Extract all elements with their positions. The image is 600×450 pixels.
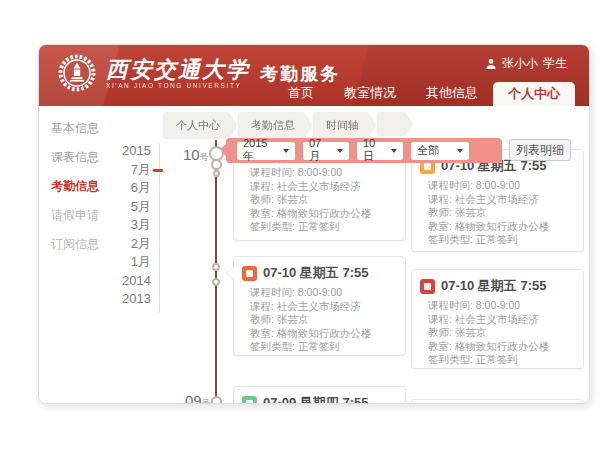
main-nav: 首页 教室情况 其他信息 个人中心 bbox=[273, 82, 575, 106]
month-item-mar[interactable]: 3月 bbox=[97, 216, 151, 235]
field-label: 课程时间: bbox=[250, 286, 295, 298]
attendance-card-cutoff: 07-09 星期四 7:55 bbox=[233, 386, 406, 404]
field-label: 课程时间: bbox=[428, 179, 473, 191]
field-value: 8:00-9:00 bbox=[476, 179, 520, 191]
timeline-node bbox=[212, 278, 220, 286]
user-name: 张小小 bbox=[502, 55, 538, 72]
field-value: 社会主义市场经济 bbox=[277, 180, 361, 192]
field-label: 教室: bbox=[428, 220, 452, 232]
field-value: 8:00-9:00 bbox=[476, 299, 520, 311]
day-suffix: 号 bbox=[202, 398, 211, 404]
field-value: 社会主义市场经济 bbox=[455, 313, 539, 325]
university-name: 西安交通大学 bbox=[106, 57, 250, 81]
field-label: 课程: bbox=[250, 180, 274, 192]
brand-text: 西安交通大学 XI'AN JIAO TONG UNIVERSITY bbox=[106, 57, 250, 89]
app-header: 西安交通大学 XI'AN JIAO TONG UNIVERSITY 考勤服务 张… bbox=[39, 45, 589, 106]
breadcrumb-timeline[interactable]: 时间轴 bbox=[314, 113, 375, 138]
year-item-2014[interactable]: 2014 bbox=[97, 272, 151, 291]
attendance-card-cutoff bbox=[411, 399, 584, 404]
field-label: 签到类型: bbox=[428, 353, 473, 365]
breadcrumb-attendance-info[interactable]: 考勤信息 bbox=[239, 113, 311, 138]
month-dropdown-value: 07月 bbox=[309, 137, 332, 164]
day-number: 10 bbox=[183, 146, 200, 163]
field-value: 8:00-9:00 bbox=[298, 166, 342, 178]
field-value: 社会主义市场经济 bbox=[277, 300, 361, 312]
field-label: 签到类型: bbox=[250, 340, 295, 352]
list-detail-button[interactable]: 列表明细 bbox=[509, 139, 571, 161]
sidebar-item-basic-info[interactable]: 基本信息 bbox=[51, 114, 121, 143]
attendance-card: 07-10 星期五 7:55 课程时间: 8:00-9:00 课程: 社会主义市… bbox=[411, 269, 584, 369]
user-role: 学生 bbox=[543, 55, 567, 72]
type-dropdown-value: 全部 bbox=[417, 143, 439, 158]
month-item-feb[interactable]: 2月 bbox=[97, 235, 151, 254]
user-info[interactable]: 张小小 学生 bbox=[485, 55, 567, 72]
nav-home[interactable]: 首页 bbox=[273, 82, 329, 106]
course-type-icon bbox=[242, 266, 257, 281]
field-value: 8:00-9:00 bbox=[298, 286, 342, 298]
university-name-en: XI'AN JIAO TONG UNIVERSITY bbox=[106, 82, 250, 89]
day-dropdown-value: 10日 bbox=[363, 137, 386, 164]
attendance-card: 07-10 星期五 7:55 课程时间: 8:00-9:00 课程: 社会主义市… bbox=[411, 149, 584, 252]
app-window: 西安交通大学 XI'AN JIAO TONG UNIVERSITY 考勤服务 张… bbox=[38, 44, 590, 404]
field-label: 签到类型: bbox=[250, 220, 295, 232]
caret-down-icon bbox=[391, 149, 397, 153]
field-label: 教室: bbox=[250, 207, 274, 219]
nav-personal-center-active[interactable]: 个人中心 bbox=[493, 82, 575, 106]
university-seal-icon bbox=[57, 53, 97, 93]
month-item-jun[interactable]: 6月 bbox=[97, 179, 151, 198]
month-dropdown[interactable]: 07月 bbox=[303, 142, 349, 160]
year-item-2015[interactable]: 2015 bbox=[97, 142, 151, 161]
course-type-icon bbox=[420, 279, 435, 294]
field-value: 正常签到 bbox=[298, 220, 340, 232]
field-value: 张芸京 bbox=[277, 193, 309, 205]
filter-bar: 2015年 07月 10日 全部 bbox=[226, 138, 502, 163]
field-label: 课程: bbox=[250, 300, 274, 312]
field-value: 正常签到 bbox=[298, 340, 340, 352]
field-label: 教室: bbox=[428, 340, 452, 352]
field-value: 格物致知行政办公楼 bbox=[455, 340, 550, 352]
field-label: 签到类型: bbox=[428, 233, 473, 245]
field-label: 课程: bbox=[428, 313, 452, 325]
card-date: 07-10 星期五 7:55 bbox=[441, 277, 547, 295]
nav-classrooms[interactable]: 教室情况 bbox=[329, 82, 411, 106]
type-dropdown[interactable]: 全部 bbox=[411, 142, 469, 160]
user-icon bbox=[485, 58, 497, 70]
timeline-year-list: 2015 7月 6月 5月 3月 2月 1月 2014 2013 bbox=[97, 142, 151, 309]
field-label: 课程时间: bbox=[428, 299, 473, 311]
field-label: 教室: bbox=[250, 327, 274, 339]
caret-down-icon bbox=[337, 149, 343, 153]
page: 西安交通大学 XI'AN JIAO TONG UNIVERSITY 考勤服务 张… bbox=[0, 0, 600, 450]
content-area: 基本信息 课表信息 考勤信息 请假申请 订阅信息 个人中心 考勤信息 时间轴 2… bbox=[39, 106, 589, 403]
month-item-jul[interactable]: 7月 bbox=[97, 161, 151, 180]
field-value: 正常签到 bbox=[476, 353, 518, 365]
month-item-jan[interactable]: 1月 bbox=[97, 253, 151, 272]
timeline-axis bbox=[215, 140, 217, 403]
card-date: 07-09 星期四 7:55 bbox=[263, 394, 369, 404]
timeline-node bbox=[211, 396, 222, 404]
field-label: 教师: bbox=[428, 326, 452, 338]
breadcrumb-personal-center[interactable]: 个人中心 bbox=[164, 113, 236, 138]
timeline-day-10-label: 10号 bbox=[183, 146, 208, 164]
field-value: 正常签到 bbox=[476, 233, 518, 245]
field-value: 格物致知行政办公楼 bbox=[277, 207, 372, 219]
caret-down-icon bbox=[457, 149, 463, 153]
timeline-node bbox=[211, 159, 222, 170]
field-value: 张芸京 bbox=[455, 326, 487, 338]
field-label: 教师: bbox=[428, 206, 452, 218]
day-suffix: 号 bbox=[200, 152, 209, 162]
nav-other-info[interactable]: 其他信息 bbox=[411, 82, 493, 106]
field-label: 课程: bbox=[428, 193, 452, 205]
month-item-may[interactable]: 5月 bbox=[97, 198, 151, 217]
year-dropdown[interactable]: 2015年 bbox=[237, 142, 295, 160]
year-item-2013[interactable]: 2013 bbox=[97, 290, 151, 309]
course-type-icon bbox=[242, 396, 257, 405]
field-value: 张芸京 bbox=[455, 206, 487, 218]
timeline-node bbox=[212, 263, 220, 271]
day-dropdown[interactable]: 10日 bbox=[357, 142, 403, 160]
card-date: 07-10 星期五 7:55 bbox=[263, 264, 369, 282]
field-label: 教师: bbox=[250, 193, 274, 205]
year-dropdown-value: 2015年 bbox=[243, 137, 278, 164]
timeline-node bbox=[213, 170, 220, 177]
field-label: 课程时间: bbox=[250, 166, 295, 178]
field-label: 教师: bbox=[250, 313, 274, 325]
